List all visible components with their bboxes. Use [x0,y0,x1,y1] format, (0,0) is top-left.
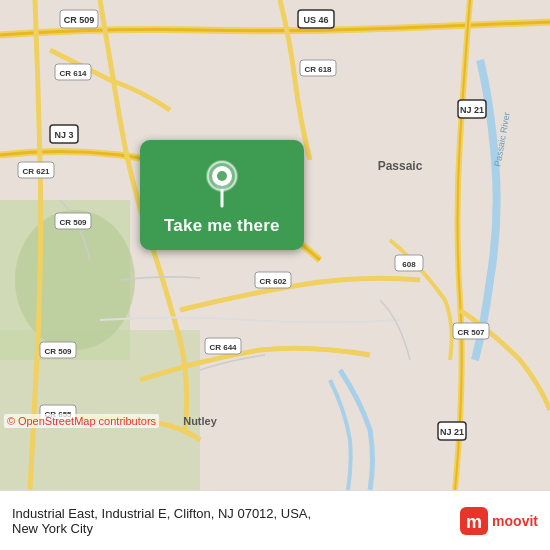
svg-text:CR 509: CR 509 [44,347,72,356]
moovit-icon: m [460,507,488,535]
svg-point-2 [15,210,135,350]
take-me-there-button[interactable]: Take me there [140,140,304,250]
svg-text:CR 509: CR 509 [64,15,95,25]
svg-text:US 46: US 46 [303,15,328,25]
svg-text:CR 621: CR 621 [22,167,50,176]
svg-text:CR 614: CR 614 [59,69,87,78]
address-line1: Industrial East, Industrial E, Clifton, … [12,506,452,521]
moovit-text: moovit [492,513,538,529]
svg-text:608: 608 [402,260,416,269]
location-pin-icon [202,158,242,208]
svg-text:NJ 21: NJ 21 [440,427,464,437]
address-line2: New York City [12,521,452,536]
svg-text:m: m [466,512,482,532]
svg-text:CR 602: CR 602 [259,277,287,286]
osm-credit: © OpenStreetMap contributors [4,414,159,428]
map-container: CR 509 US 46 CR 614 CR 618 NJ 3 NJ 21 CR… [0,0,550,490]
bottom-bar: Industrial East, Industrial E, Clifton, … [0,490,550,550]
svg-text:CR 507: CR 507 [457,328,485,337]
osm-text: OpenStreetMap contributors [18,415,156,427]
address-block: Industrial East, Industrial E, Clifton, … [12,506,452,536]
moovit-logo: m moovit [460,507,538,535]
svg-text:CR 618: CR 618 [304,65,332,74]
svg-text:NJ 21: NJ 21 [460,105,484,115]
svg-text:NJ 3: NJ 3 [54,130,73,140]
svg-text:Nutley: Nutley [183,415,218,427]
svg-text:CR 509: CR 509 [59,218,87,227]
take-me-there-container[interactable]: Take me there [140,140,304,250]
take-me-there-label: Take me there [164,216,280,236]
svg-text:CR 644: CR 644 [209,343,237,352]
osm-symbol: © [7,415,15,427]
svg-text:Passaic: Passaic [378,159,423,173]
